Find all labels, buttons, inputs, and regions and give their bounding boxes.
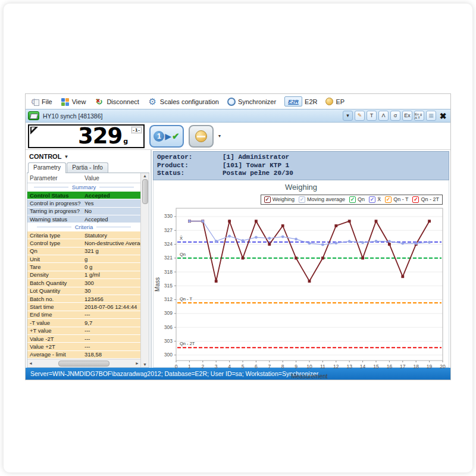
scroll-left-icon[interactable]: ◄ bbox=[29, 361, 33, 365]
tab-partia-info[interactable]: Partia - Info bbox=[67, 162, 108, 173]
parameter-row[interactable]: Value +2T--- bbox=[27, 343, 140, 350]
peak-button[interactable]: Λ bbox=[378, 111, 389, 121]
grid-header-parameter: Parameter bbox=[27, 175, 84, 181]
legend-checkbox[interactable]: ✓ bbox=[264, 196, 271, 203]
parameter-row[interactable]: End time--- bbox=[27, 311, 140, 319]
parameter-name: -T value bbox=[27, 320, 84, 326]
svg-text:5: 5 bbox=[242, 364, 245, 369]
legend-item-qn[interactable]: ✓Qn bbox=[349, 196, 365, 203]
sigma-button[interactable]: σ bbox=[390, 111, 400, 121]
parameter-row[interactable]: Tare0 g bbox=[27, 263, 140, 271]
scroll-down-icon[interactable]: ▼ bbox=[143, 362, 147, 367]
parameter-row[interactable]: Unitg bbox=[27, 255, 140, 263]
toolbar-item-ep[interactable]: EP bbox=[325, 98, 345, 105]
parameter-value: Yes bbox=[84, 200, 140, 206]
database-action-button[interactable] bbox=[189, 125, 214, 148]
main-toolbar: FileViewDisconnectScales configurationSy… bbox=[26, 94, 450, 109]
group-divider-label: Summary bbox=[72, 184, 96, 190]
svg-text:300: 300 bbox=[164, 352, 173, 358]
control-dropdown[interactable]: CONTROL ▼ bbox=[27, 151, 149, 162]
parameter-row[interactable]: Control StatusAccepted bbox=[27, 192, 140, 199]
hscroll-thumb[interactable] bbox=[58, 361, 109, 367]
parameter-row[interactable]: Average - limit318,58 bbox=[27, 351, 140, 359]
parameter-row[interactable]: Control typeNon-destructive Average Tare bbox=[27, 239, 140, 247]
statistics-button[interactable]: Ex g A T bbox=[414, 111, 424, 121]
parameter-name: Density bbox=[27, 271, 84, 278]
toolbar-item-disconnect[interactable]: Disconnect bbox=[94, 97, 139, 107]
parameter-value: --- bbox=[84, 336, 140, 342]
info-label: Operator: bbox=[157, 154, 223, 162]
legend-item-moving-average[interactable]: ✓Moving average bbox=[299, 196, 345, 203]
action-dropdown-caret[interactable]: ▾ bbox=[218, 133, 221, 139]
parameter-name: Unit bbox=[27, 256, 84, 262]
parameter-row[interactable]: Warning statusAccepted bbox=[27, 215, 140, 223]
legend-checkbox[interactable]: ✓ bbox=[349, 196, 356, 203]
toolbar-item-file[interactable]: File bbox=[29, 97, 52, 107]
svg-text:8: 8 bbox=[281, 364, 284, 369]
disconnect-icon bbox=[94, 97, 104, 107]
legend-item-qn-t[interactable]: ✓Qn - T bbox=[385, 196, 408, 203]
parameter-row[interactable]: -T value9,7 bbox=[27, 319, 140, 327]
parameter-name: Criteria type bbox=[27, 232, 84, 239]
toolbar-item-label: EP bbox=[336, 98, 345, 105]
text-mode-button[interactable]: T bbox=[367, 111, 377, 121]
scroll-up-icon[interactable]: ▲ bbox=[143, 174, 147, 178]
edit-button[interactable]: ✎ bbox=[355, 111, 365, 121]
parameter-row[interactable]: +T value--- bbox=[27, 327, 140, 335]
parameter-row[interactable]: Qn321 g bbox=[27, 248, 140, 255]
parameter-row[interactable]: Tarring in progress?No bbox=[27, 208, 140, 215]
svg-text:Qn - T: Qn - T bbox=[180, 296, 193, 302]
toolbar-item-e2r[interactable]: E2RE2R bbox=[284, 96, 317, 107]
svg-text:330: 330 bbox=[164, 213, 173, 219]
toolbar-item-synchronizer[interactable]: Synchronizer bbox=[227, 98, 276, 106]
parameter-row[interactable]: Control in progress?Yes bbox=[27, 199, 140, 207]
parameter-value: 318,58 bbox=[84, 351, 140, 358]
scale-titlebar-buttons: ▾✎TΛσExEx g A T▦✖ bbox=[343, 111, 448, 121]
svg-text:17: 17 bbox=[400, 364, 406, 369]
parameter-name: Control type bbox=[27, 240, 84, 246]
check-icon: ✔ bbox=[172, 131, 180, 142]
group-divider[interactable]: Summary bbox=[27, 183, 140, 191]
info-row: Product:[101] Towar KTP 1 bbox=[157, 162, 445, 170]
tab-parametry[interactable]: Parametry bbox=[28, 162, 66, 173]
legend-item-qn-2t[interactable]: ✓Qn - 2T bbox=[412, 196, 439, 203]
scroll-right-icon[interactable]: ► bbox=[135, 361, 139, 365]
parameter-row[interactable]: Lot Quantity30 bbox=[27, 287, 140, 295]
collapse-button[interactable]: ▾ bbox=[343, 111, 353, 121]
parameter-row[interactable]: Value -2T--- bbox=[27, 335, 140, 343]
horizontal-scrollbar[interactable]: ◄ ► bbox=[27, 359, 140, 367]
parameter-value: --- bbox=[84, 327, 140, 334]
parameter-row[interactable]: Batch no.123456 bbox=[27, 295, 140, 303]
parameter-value: 0 g bbox=[84, 264, 140, 270]
parameter-value: 321 g bbox=[84, 248, 140, 254]
ex-button[interactable]: Ex bbox=[402, 111, 412, 121]
group-divider[interactable]: Criteria bbox=[27, 223, 140, 231]
parameter-name: Tare bbox=[27, 264, 84, 270]
legend-checkbox[interactable]: ✓ bbox=[412, 196, 419, 203]
legend-item-x-[interactable]: ✓X̄ bbox=[369, 196, 381, 203]
parameter-name: Batch Quantity bbox=[27, 280, 84, 286]
display-indicators: -1- bbox=[131, 127, 142, 133]
vscroll-thumb[interactable] bbox=[142, 179, 148, 204]
parameter-row[interactable]: Density1 g/ml bbox=[27, 271, 140, 279]
parameter-row[interactable]: Criteria typeStatutory bbox=[27, 231, 140, 239]
svg-text:0: 0 bbox=[175, 364, 178, 369]
parameter-row[interactable]: Start time2018-07-06 12:44:44 bbox=[27, 303, 140, 311]
svg-text:315: 315 bbox=[164, 282, 173, 288]
expand-button[interactable]: ✖ bbox=[438, 111, 448, 121]
vertical-scrollbar[interactable]: ▲ ▼ bbox=[140, 173, 149, 367]
parameter-row[interactable]: Batch Quantity300 bbox=[27, 279, 140, 287]
start-control-button[interactable]: 1 ▶ ✔ bbox=[149, 125, 184, 148]
toolbar-item-view[interactable]: View bbox=[61, 98, 86, 106]
info-value: [101] Towar KTP 1 bbox=[223, 162, 289, 170]
toolbar-item-label: E2R bbox=[305, 98, 317, 105]
legend-checkbox[interactable]: ✓ bbox=[385, 196, 392, 203]
parameter-value: 2018-07-06 12:44:44 bbox=[84, 303, 140, 310]
parameter-value: 9,7 bbox=[84, 320, 140, 326]
parameter-grid-wrap: Parameter Value SummaryControl StatusAcc… bbox=[27, 173, 149, 368]
chart-toggle-button[interactable]: ▦ bbox=[426, 111, 436, 121]
toolbar-item-scales-configuration[interactable]: Scales configuration bbox=[148, 97, 219, 107]
legend-item-weighing[interactable]: ✓Weighing bbox=[264, 196, 295, 203]
legend-checkbox[interactable]: ✓ bbox=[299, 196, 305, 203]
legend-checkbox[interactable]: ✓ bbox=[369, 196, 375, 203]
